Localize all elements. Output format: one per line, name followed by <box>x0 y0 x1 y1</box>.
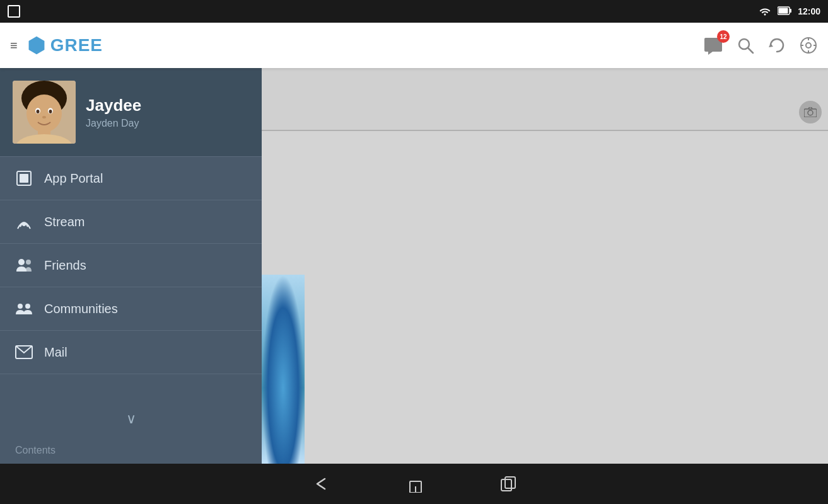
sidebar: Jaydee Jayden Day App Portal <box>0 68 262 464</box>
logo: GREE <box>26 35 103 55</box>
svg-point-27 <box>18 304 23 309</box>
sidebar-item-friends[interactable]: Friends <box>0 244 262 287</box>
sidebar-item-communities[interactable]: Communities <box>0 287 262 331</box>
nav-items: App Portal Stream <box>0 157 262 401</box>
mail-label: Mail <box>44 345 67 360</box>
svg-point-18 <box>49 110 52 113</box>
logo-text: GREE <box>50 35 103 55</box>
cover-area <box>262 68 828 131</box>
bottom-nav <box>0 464 828 504</box>
friends-label: Friends <box>44 258 86 273</box>
stream-label: Stream <box>44 215 85 229</box>
box-icon <box>15 169 33 187</box>
svg-line-5 <box>748 48 753 53</box>
menu-button[interactable]: ≡ <box>10 38 18 53</box>
logo-hex-icon <box>26 35 47 55</box>
sidebar-item-app-portal[interactable]: App Portal <box>0 157 262 200</box>
svg-point-14 <box>26 94 62 132</box>
post-thumbnail[interactable] <box>262 275 305 464</box>
time-display: 12:00 <box>798 6 820 16</box>
svg-point-26 <box>26 260 31 265</box>
svg-rect-36 <box>505 477 515 488</box>
back-button[interactable] <box>312 476 331 491</box>
svg-point-19 <box>42 116 46 118</box>
wifi-icon <box>759 6 771 18</box>
svg-point-25 <box>18 259 25 265</box>
friends-icon <box>15 256 33 274</box>
contents-label: Contents <box>0 437 262 464</box>
settings-button[interactable] <box>799 36 818 55</box>
recents-button[interactable] <box>500 476 516 492</box>
svg-point-7 <box>806 43 811 48</box>
svg-point-28 <box>25 304 30 309</box>
avatar <box>13 81 76 144</box>
status-bar: 12:00 <box>0 0 828 23</box>
broadcast-icon <box>15 213 33 231</box>
svg-rect-1 <box>779 8 788 13</box>
battery-icon <box>778 6 791 17</box>
svg-rect-35 <box>501 479 511 491</box>
message-button[interactable]: 12 <box>703 35 723 55</box>
camera-button[interactable] <box>799 101 822 123</box>
svg-marker-3 <box>28 37 44 54</box>
user-real-name: Jayden Day <box>86 118 141 129</box>
user-display-name: Jaydee <box>86 96 141 115</box>
svg-point-31 <box>808 110 813 115</box>
top-nav: ≡ GREE 12 <box>0 23 828 68</box>
sidebar-item-mail[interactable]: Mail <box>0 331 262 374</box>
refresh-button[interactable] <box>767 36 786 55</box>
svg-rect-2 <box>790 9 791 13</box>
content-area <box>262 68 828 464</box>
communities-label: Communities <box>44 302 118 316</box>
user-profile: Jaydee Jayden Day <box>0 68 262 157</box>
home-button[interactable] <box>407 475 424 493</box>
svg-rect-23 <box>20 174 28 183</box>
notification-badge: 12 <box>717 30 730 43</box>
communities-icon <box>15 300 33 318</box>
expand-button[interactable]: ∨ <box>0 401 262 437</box>
svg-point-17 <box>37 110 40 113</box>
sd-card-icon <box>8 5 20 18</box>
feed-area <box>262 131 828 464</box>
mail-icon <box>15 343 33 361</box>
main-area: Jaydee Jayden Day App Portal <box>0 68 828 464</box>
chevron-down-icon: ∨ <box>126 411 136 427</box>
sidebar-item-stream[interactable]: Stream <box>0 200 262 244</box>
user-info: Jaydee Jayden Day <box>86 96 141 129</box>
app-portal-label: App Portal <box>44 171 103 186</box>
search-button[interactable] <box>736 36 755 55</box>
